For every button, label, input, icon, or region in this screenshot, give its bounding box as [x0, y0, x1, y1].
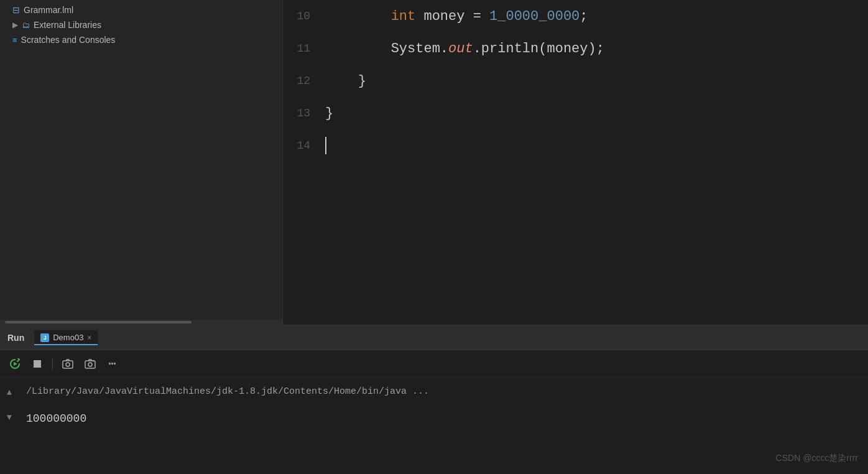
bottom-panel: Run J Demo03 ×	[0, 325, 868, 474]
sidebar-item-scratches-label: Scratches and Consoles	[21, 35, 116, 45]
text-cursor	[325, 137, 326, 154]
line-num-13: 13	[283, 97, 310, 129]
restart-button[interactable]	[5, 354, 25, 374]
svg-text:+: +	[92, 359, 95, 364]
sidebar-item-external-libraries-label: External Libraries	[34, 20, 101, 30]
run-toolbar: + ⋯	[0, 350, 868, 378]
indent-12	[325, 73, 358, 89]
run-tab-demo03[interactable]: J Demo03 ×	[34, 330, 98, 345]
sidebar-item-grammar[interactable]: ⊟ Grammar.lml	[0, 2, 282, 17]
stop-button[interactable]	[27, 354, 47, 374]
sidebar-item-external-libraries[interactable]: ▶ 🗂 External Libraries	[0, 17, 282, 32]
sidebar-item-grammar-label: Grammar.lml	[24, 5, 73, 15]
brace-close-12: }	[358, 73, 366, 89]
code-area[interactable]: 10 11 12 13 14 int money = 1_0000_0000 ;	[283, 0, 868, 325]
semicolon-10: ;	[579, 9, 588, 24]
line-num-14: 14	[283, 129, 310, 162]
svg-rect-1	[34, 360, 41, 368]
camera2-button[interactable]: +	[80, 354, 100, 374]
arrow-icon: ▶	[12, 21, 18, 29]
scroll-arrows[interactable]: ▲ ▼	[0, 378, 19, 432]
scroll-up-button[interactable]: ▲	[7, 388, 12, 397]
svg-point-3	[66, 363, 70, 366]
code-line-12: }	[325, 65, 868, 97]
sidebar-item-scratches[interactable]: ≡ Scratches and Consoles	[0, 32, 282, 47]
line-numbers: 10 11 12 13 14	[283, 0, 320, 325]
more-icon: ⋯	[108, 356, 116, 371]
toolbar-divider-1	[52, 358, 53, 370]
line-num-10: 10	[283, 0, 310, 32]
camera-button[interactable]	[58, 354, 78, 374]
code-line-14[interactable]	[325, 129, 868, 162]
number-literal: 1_0000_0000	[489, 9, 579, 24]
brace-close-13: }	[325, 106, 333, 121]
indent-11	[325, 41, 391, 57]
line-num-11: 11	[283, 32, 310, 65]
library-icon: 🗂	[22, 21, 30, 30]
keyword-out: out	[448, 41, 473, 57]
code-line-10: int money = 1_0000_0000 ;	[325, 0, 868, 32]
editor: 10 11 12 13 14 int money = 1_0000_0000 ;	[283, 0, 868, 325]
money-var: money =	[415, 9, 489, 24]
path-text: /Library/Java/JavaVirtualMachines/jdk-1.…	[26, 386, 429, 397]
file-icon: ⊟	[12, 5, 20, 15]
watermark-text: CSDN @cccc楚染rrrr	[776, 453, 858, 463]
output-path-line: /Library/Java/JavaVirtualMachines/jdk-1.…	[19, 378, 868, 405]
scroll-down-button[interactable]: ▼	[7, 412, 12, 422]
system-text: System.	[391, 41, 448, 57]
code-line-13: }	[325, 97, 868, 129]
run-tab-bar: Run J Demo03 ×	[0, 325, 868, 350]
sidebar-scrollbar[interactable]	[0, 320, 282, 325]
sidebar: ⊟ Grammar.lml ▶ 🗂 External Libraries ≡ S…	[0, 0, 283, 325]
svg-rect-2	[63, 361, 73, 368]
editor-gutter	[320, 0, 325, 325]
run-output: ▲ ▼ /Library/Java/JavaVirtualMachines/jd…	[0, 378, 868, 474]
run-label: Run	[7, 333, 24, 343]
svg-marker-0	[14, 362, 17, 366]
watermark: CSDN @cccc楚染rrrr	[776, 453, 858, 464]
code-content[interactable]: int money = 1_0000_0000 ; System. out .p…	[325, 0, 868, 325]
output-lines: /Library/Java/JavaVirtualMachines/jdk-1.…	[19, 378, 868, 432]
result-text: 100000000	[26, 412, 86, 425]
tab-demo03-label: Demo03	[53, 333, 83, 342]
line-num-12: 12	[283, 65, 310, 97]
scratch-icon: ≡	[12, 35, 17, 45]
output-content: ▲ ▼ /Library/Java/JavaVirtualMachines/jd…	[0, 378, 868, 432]
tab-close-button[interactable]: ×	[87, 333, 91, 342]
println-text: .println(money);	[473, 41, 604, 57]
sidebar-scrollbar-thumb	[5, 321, 192, 323]
output-result-line: 100000000	[19, 405, 868, 432]
more-options-button[interactable]: ⋯	[103, 354, 122, 374]
tab-file-icon: J	[40, 333, 49, 342]
code-line-11: System. out .println(money);	[325, 32, 868, 65]
keyword-int: int	[391, 9, 416, 24]
indent-10	[325, 9, 391, 24]
